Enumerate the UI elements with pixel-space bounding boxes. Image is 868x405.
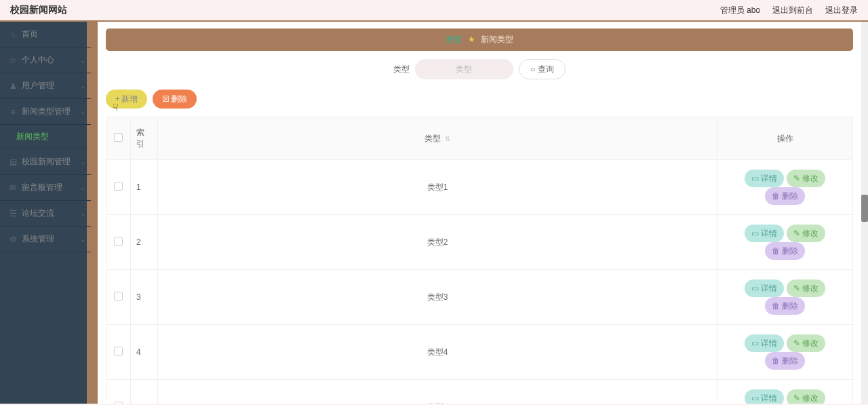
trash-icon: 🗑: [772, 191, 780, 201]
sidebar-item-users[interactable]: ♟ 用户管理 ⌄: [0, 73, 91, 99]
detail-button[interactable]: ▭ 详情: [745, 389, 784, 404]
user-icon: ☺: [8, 56, 18, 65]
sidebar-item-newstype[interactable]: ≡ 新闻类型管理 ⌄: [0, 99, 91, 125]
doc-icon: ▭: [751, 229, 759, 238]
row-delete-button[interactable]: 🗑 删除: [765, 187, 805, 205]
th-type[interactable]: 类型 ⇅: [158, 117, 717, 160]
chevron-down-icon: ⌄: [80, 158, 85, 166]
cell-type: 类型4: [158, 325, 717, 380]
sidebar-item-message[interactable]: ✉ 留言板管理 ⌄: [0, 175, 91, 201]
detail-button[interactable]: ▭ 详情: [745, 334, 784, 352]
toolbar: + 新增 ☒ 删除 ☟: [106, 90, 853, 109]
cell-index: 3: [131, 270, 158, 325]
search-label: 类型: [393, 64, 410, 75]
main: 首页 ★ 新闻类型 类型 ○ 查询 + 新增 ☒: [91, 22, 868, 404]
search-icon: ○: [530, 64, 535, 74]
doc-icon: ▭: [751, 393, 759, 403]
delete-button[interactable]: ☒ 删除: [153, 90, 197, 109]
sidebar-item-label: 论坛交流: [22, 208, 54, 219]
plus-icon: +: [115, 94, 120, 104]
sort-icon: ⇅: [445, 135, 450, 142]
table-row: 1类型1▭ 详情✎ 修改🗑 删除: [106, 160, 853, 215]
cell-type: 类型2: [158, 215, 717, 270]
sidebar-item-profile[interactable]: ☺ 个人中心 ⌄: [0, 47, 91, 73]
sidebar-item-label: 用户管理: [22, 80, 54, 92]
search-row: 类型 ○ 查询: [106, 59, 853, 79]
row-delete-button[interactable]: 🗑 删除: [765, 242, 805, 260]
scrollbar[interactable]: [861, 22, 868, 404]
row-checkbox[interactable]: [114, 237, 123, 246]
sidebar-item-label: 系统管理: [22, 233, 54, 245]
scrollbar-thumb[interactable]: [861, 195, 868, 222]
trash-icon: ☒: [162, 94, 170, 104]
breadcrumb-home[interactable]: 首页: [446, 35, 462, 44]
edit-button[interactable]: ✎ 修改: [787, 279, 825, 297]
edit-button[interactable]: ✎ 修改: [787, 170, 825, 187]
cell-index: 5: [131, 380, 158, 404]
main-accent-bar: [91, 22, 98, 404]
checkbox-all[interactable]: [114, 133, 123, 142]
exit-front-link[interactable]: 退出到前台: [772, 5, 813, 16]
row-checkbox[interactable]: [114, 347, 123, 355]
breadcrumb-current: 新闻类型: [481, 35, 513, 44]
search-button[interactable]: ○ 查询: [519, 59, 566, 79]
add-button[interactable]: + 新增: [106, 90, 147, 109]
row-checkbox[interactable]: [114, 402, 123, 404]
users-icon: ♟: [8, 81, 18, 91]
th-index: 索引: [131, 117, 158, 160]
main-content: 首页 ★ 新闻类型 类型 ○ 查询 + 新增 ☒: [98, 22, 861, 404]
edit-icon: ✎: [793, 284, 800, 293]
search-input[interactable]: [415, 59, 513, 79]
edit-button[interactable]: ✎ 修改: [787, 225, 825, 242]
cell-index: 2: [131, 215, 158, 270]
table-row: 2类型2▭ 详情✎ 修改🗑 删除: [106, 215, 853, 270]
cell-type: 类型1: [158, 160, 717, 215]
cell-ops: ▭ 详情✎ 修改🗑 删除: [717, 160, 853, 215]
edit-button[interactable]: ✎ 修改: [787, 389, 825, 404]
sidebar-item-system[interactable]: ⚙ 系统管理 ⌄: [0, 227, 91, 252]
sidebar-item-label: 留言板管理: [22, 182, 62, 193]
trash-icon: 🗑: [772, 301, 780, 311]
app-title: 校园新闻网站: [10, 4, 67, 16]
admin-label[interactable]: 管理员 abo: [720, 5, 760, 16]
message-icon: ✉: [8, 183, 18, 193]
list-icon: ≡: [8, 107, 18, 117]
detail-button[interactable]: ▭ 详情: [745, 225, 784, 242]
chevron-down-icon: ⌄: [80, 56, 85, 64]
table-row: 4类型4▭ 详情✎ 修改🗑 删除: [106, 325, 853, 380]
row-checkbox[interactable]: [114, 182, 123, 191]
row-checkbox[interactable]: [114, 292, 123, 301]
edit-icon: ✎: [793, 339, 800, 348]
cell-index: 4: [131, 325, 158, 380]
sidebar-item-label: 新闻类型管理: [22, 106, 71, 117]
delete-button-label: 删除: [171, 94, 187, 105]
logout-link[interactable]: 退出登录: [825, 5, 858, 16]
doc-icon: ▭: [751, 284, 759, 293]
edit-button[interactable]: ✎ 修改: [787, 334, 825, 352]
chevron-down-icon: ⌄: [80, 82, 85, 90]
home-icon: ⌂: [8, 30, 18, 39]
star-icon: ★: [468, 35, 475, 44]
th-ops: 操作: [717, 117, 853, 160]
detail-button[interactable]: ▭ 详情: [745, 170, 784, 187]
edit-icon: ✎: [793, 229, 800, 238]
sidebar-item-label: 校园新闻管理: [22, 156, 71, 168]
detail-button[interactable]: ▭ 详情: [745, 279, 784, 297]
row-delete-button[interactable]: 🗑 删除: [765, 297, 805, 315]
cell-ops: ▭ 详情✎ 修改🗑 删除: [717, 215, 853, 270]
cell-index: 1: [131, 160, 158, 215]
edit-icon: ✎: [793, 174, 800, 183]
table-row: 5类型5▭ 详情✎ 修改🗑 删除: [106, 380, 853, 404]
add-button-label: 新增: [121, 94, 138, 105]
header-actions: 管理员 abo 退出到前台 退出登录: [720, 5, 858, 16]
trash-icon: 🗑: [772, 356, 780, 366]
sidebar-item-forum[interactable]: ☰ 论坛交流 ⌄: [0, 201, 91, 227]
row-delete-button[interactable]: 🗑 删除: [765, 352, 805, 370]
sidebar-item-home[interactable]: ⌂ 首页: [0, 22, 91, 47]
table-row: 3类型3▭ 详情✎ 修改🗑 删除: [106, 270, 853, 325]
gear-icon: ⚙: [8, 235, 18, 244]
news-icon: ▤: [8, 157, 18, 167]
sidebar-sub-newstype[interactable]: 新闻类型: [0, 125, 91, 149]
sidebar-sub-label: 新闻类型: [16, 131, 49, 142]
sidebar-item-news[interactable]: ▤ 校园新闻管理 ⌄: [0, 149, 91, 175]
